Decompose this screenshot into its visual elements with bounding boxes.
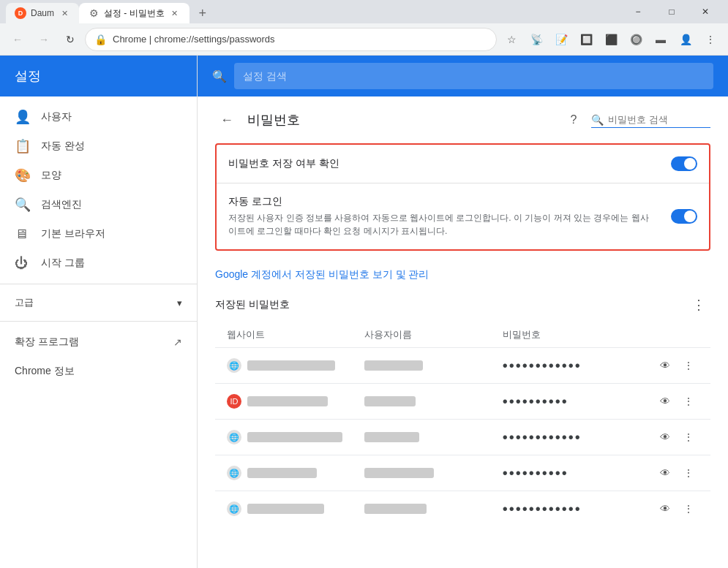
more-menu-button[interactable]: ⋮: [699, 28, 722, 51]
row1-actions: 👁 ⋮: [640, 355, 699, 376]
row4-username: [364, 468, 502, 478]
sidebar-item-browser[interactable]: 🖥 기본 브라우저: [0, 219, 197, 249]
site-favicon-icon: 🌐: [227, 358, 241, 373]
row4-actions: 👁 ⋮: [640, 463, 699, 483]
sidebar-extensions[interactable]: 확장 프로그램 ↗: [0, 327, 197, 357]
row3-username-text: [364, 432, 419, 442]
users-icon: 👤: [15, 109, 29, 125]
appearance-icon: 🎨: [15, 167, 29, 183]
forward-button[interactable]: →: [32, 28, 56, 51]
advanced-label: 고급: [15, 296, 34, 309]
sidebar-divider2: [0, 321, 197, 322]
row3-site-text: [247, 432, 342, 442]
row2-username-text: [364, 396, 416, 406]
table-row: 🌐 •••••••••••• 👁 ⋮: [215, 347, 710, 383]
page-content: ← 비밀번호 ? 🔍 비밀번호 저장 여부 확인: [198, 96, 728, 538]
extensions-label: 확장 프로그램: [15, 336, 79, 349]
col-website: 웹사이트: [227, 328, 364, 341]
titlebar: D Daum ✕ ⚙ 설정 - 비밀번호 ✕ + − □ ✕: [0, 0, 728, 23]
cast-button[interactable]: 📡: [525, 28, 548, 51]
autofill-icon: 📋: [15, 138, 29, 154]
sidebar-header: 설정: [0, 56, 197, 96]
row5-show-password-button[interactable]: 👁: [655, 499, 675, 519]
sidebar-title: 설정: [15, 67, 41, 85]
row3-show-password-button[interactable]: 👁: [655, 427, 675, 447]
search-engine-icon: 🔍: [15, 197, 29, 213]
sidebar-item-search-label: 검색엔진: [41, 198, 82, 211]
address-bar[interactable]: 🔒 Chrome | chrome://settings/passwords: [85, 28, 497, 51]
toggle-row-save: 비밀번호 저장 여부 확인: [217, 145, 709, 183]
col-password: 비밀번호: [503, 328, 640, 341]
row3-more-button[interactable]: ⋮: [678, 427, 699, 447]
saved-passwords-more-button[interactable]: ⋮: [687, 293, 710, 317]
toggle-card: 비밀번호 저장 여부 확인 자동 로그인 저장된 사용자 인증 정보를 사용하여…: [215, 143, 710, 251]
row4-more-button[interactable]: ⋮: [678, 463, 699, 483]
toggle-save-switch[interactable]: [671, 156, 697, 171]
sidebar-item-autofill[interactable]: 📋 자동 완성: [0, 132, 197, 161]
row1-password: ••••••••••••: [503, 357, 640, 374]
col-username: 사용자이름: [364, 328, 502, 341]
extension2-button[interactable]: 🔲: [574, 28, 598, 51]
settings-search-input[interactable]: [234, 63, 713, 89]
table-row: 🌐 •••••••••••• 👁 ⋮: [215, 419, 710, 455]
row5-password-dots: ••••••••••••: [503, 501, 582, 518]
table-header-row: 웹사이트 사용자이름 비밀번호: [215, 322, 710, 347]
app-body: 설정 👤 사용자 📋 자동 완성 🎨 모양 🔍 검색엔진 🖥 기본 브라우저: [0, 56, 728, 568]
tab-daum-close[interactable]: ✕: [59, 7, 70, 19]
address-text: Chrome | chrome://settings/passwords: [113, 34, 275, 45]
site-favicon-red-icon: ID: [227, 394, 241, 409]
saved-passwords-header: 저장된 비밀번호 ⋮: [215, 293, 710, 317]
col-actions: [640, 328, 699, 341]
sidebar-item-users[interactable]: 👤 사용자: [0, 102, 197, 132]
row1-show-password-button[interactable]: 👁: [655, 355, 675, 376]
tab-daum[interactable]: D Daum ✕: [6, 3, 79, 23]
new-tab-button[interactable]: +: [192, 3, 213, 23]
sidebar-item-autofill-label: 자동 완성: [41, 140, 85, 153]
google-passwords-link[interactable]: Google 계정에서 저장된 비밀번호 보기 및 관리: [215, 268, 429, 281]
tab-settings-close[interactable]: ✕: [169, 7, 181, 19]
reload-button[interactable]: ↻: [59, 28, 82, 51]
sidebar-item-search[interactable]: 🔍 검색엔진: [0, 190, 197, 219]
row2-more-button[interactable]: ⋮: [678, 391, 699, 412]
table-row: 🌐 •••••••••• 👁 ⋮: [215, 455, 710, 491]
row4-site-text: [247, 468, 317, 478]
tab-daum-label: Daum: [31, 8, 54, 18]
maximize-button[interactable]: □: [655, 0, 688, 23]
extension5-button[interactable]: ▬: [649, 28, 672, 51]
row2-password: ••••••••••: [503, 393, 640, 410]
sidebar-chrome-info[interactable]: Chrome 정보: [0, 357, 197, 386]
row5-site-text: [247, 504, 324, 514]
row2-site: ID: [227, 394, 364, 409]
row2-username: [364, 396, 502, 406]
profile-button[interactable]: 👤: [674, 28, 697, 51]
extension3-button[interactable]: ⬛: [599, 28, 623, 51]
extension1-button[interactable]: 📝: [549, 28, 573, 51]
row4-show-password-button[interactable]: 👁: [655, 463, 675, 483]
password-search-input[interactable]: [608, 114, 710, 125]
row5-username: [364, 504, 502, 514]
toggle-autologin-switch[interactable]: [671, 209, 697, 224]
page-title: 비밀번호: [247, 111, 553, 129]
back-button[interactable]: ←: [6, 28, 29, 51]
passwords-back-button[interactable]: ←: [215, 108, 239, 132]
sidebar-item-appearance[interactable]: 🎨 모양: [0, 161, 197, 190]
sidebar-item-startup[interactable]: ⏻ 시작 그룹: [0, 249, 197, 278]
minimize-button[interactable]: −: [621, 0, 655, 23]
external-link-icon: ↗: [173, 336, 182, 348]
row3-site: 🌐: [227, 430, 364, 444]
row1-site-text: [247, 360, 335, 371]
tab-settings[interactable]: ⚙ 설정 - 비밀번호 ✕: [79, 3, 189, 23]
close-button[interactable]: ✕: [688, 0, 722, 23]
browser-toolbar: ← → ↻ 🔒 Chrome | chrome://settings/passw…: [0, 23, 728, 56]
row5-more-button[interactable]: ⋮: [678, 499, 699, 519]
bookmark-button[interactable]: ☆: [500, 28, 523, 51]
table-row: 🌐 •••••••••••• 👁 ⋮: [215, 491, 710, 526]
row1-more-button[interactable]: ⋮: [678, 355, 699, 376]
row2-actions: 👁 ⋮: [640, 391, 699, 412]
row1-site: 🌐: [227, 358, 364, 373]
row2-show-password-button[interactable]: 👁: [655, 391, 675, 412]
extension4-button[interactable]: 🔘: [624, 28, 648, 51]
row1-username: [364, 360, 502, 371]
help-button[interactable]: ?: [562, 108, 585, 132]
sidebar-advanced[interactable]: 고급 ▾: [0, 290, 197, 315]
